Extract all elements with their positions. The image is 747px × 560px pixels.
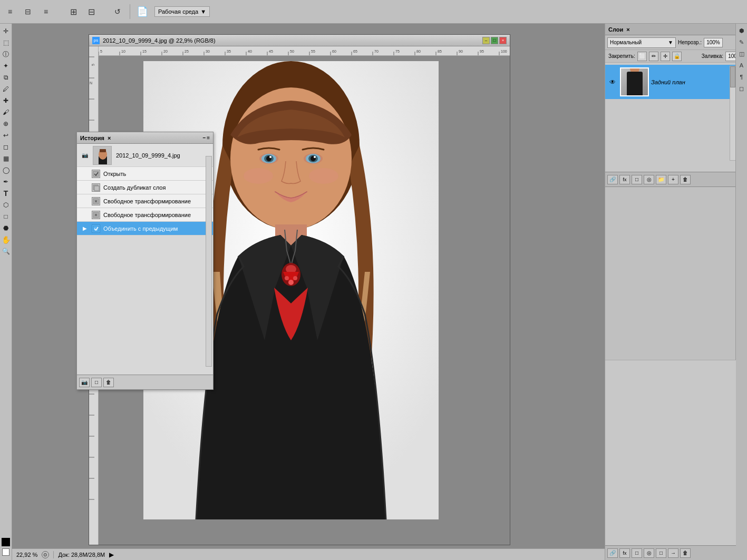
history-panel-footer: 📷 □ 🗑	[77, 375, 213, 389]
window-minimize-button[interactable]: –	[482, 37, 490, 44]
tool-eraser[interactable]: ◻	[1, 142, 11, 152]
document-title: 2012_10_09_9999_4.jpg @ 22,9% (RGB/8)	[103, 37, 216, 44]
history-list: Открыть Создать дубликат слоя Свободное …	[77, 167, 213, 235]
toolbar-sep-1	[130, 4, 130, 19]
tool-pen[interactable]: ✒	[1, 176, 11, 187]
lock-transparent-btn[interactable]: ⬜	[637, 52, 647, 61]
left-sidebar: ✛ ⬚ ⓛ ✦ ⧉ 🖊 ✚ 🖌 ⊕ ↩ ◻ ▦ ◯ ✒ T ⬡ □ ⬣ ✋ 🔍	[0, 24, 12, 560]
tool-align-left[interactable]: ≡	[4, 6, 16, 17]
tool-heal[interactable]: ✚	[1, 95, 11, 106]
circle-btn-2[interactable]: ◎	[644, 548, 654, 558]
layer-new-btn[interactable]: +	[668, 175, 678, 184]
tool-document[interactable]: 📄	[137, 6, 148, 17]
history-minimize-icon[interactable]: –	[203, 135, 206, 141]
history-snapshot-btn[interactable]: 📷	[79, 378, 90, 387]
tool-brush[interactable]: 🖌	[1, 107, 11, 117]
tool-select-rect[interactable]: ⬚	[1, 37, 11, 48]
link-btn-2[interactable]: 🔗	[607, 548, 618, 558]
tool-dodge[interactable]: ◯	[1, 165, 11, 175]
svg-text:30: 30	[206, 50, 210, 53]
history-item-icon-3	[92, 211, 100, 219]
history-item-icon-0	[92, 170, 100, 178]
r-tool-2[interactable]: ✎	[737, 37, 746, 47]
tool-grid1[interactable]: ⊞	[67, 6, 79, 17]
history-item-1[interactable]: Создать дубликат слоя	[77, 181, 213, 194]
layer-fx-btn[interactable]: fx	[619, 175, 630, 184]
snapshot-state-icon: 📷	[81, 152, 89, 159]
tool-align-right[interactable]: ≡	[40, 6, 52, 17]
tool-refresh[interactable]: ↺	[112, 6, 123, 17]
r-tool-6[interactable]: ◻	[737, 84, 746, 93]
workspace-arrow-icon: ▼	[200, 8, 206, 15]
history-new-doc-btn[interactable]: □	[91, 378, 102, 387]
layer-link-btn[interactable]: 🔗	[607, 175, 618, 184]
lock-pixels-btn[interactable]: ✏	[649, 52, 658, 61]
svg-text:50: 50	[290, 50, 294, 53]
history-item-icon-1	[92, 183, 100, 192]
history-scrollbar[interactable]	[206, 156, 212, 367]
tool-grid2[interactable]: ⊟	[85, 6, 97, 17]
tool-align-center[interactable]: ⊟	[22, 6, 34, 17]
tool-shape[interactable]: □	[1, 211, 11, 222]
zoom-icon[interactable]: ⊙	[42, 551, 49, 558]
fx-btn-2[interactable]: fx	[619, 548, 630, 558]
tool-type[interactable]: T	[1, 188, 11, 199]
tool-gradient[interactable]: ▦	[1, 153, 11, 164]
svg-text:5: 5	[91, 64, 95, 66]
tool-magic-wand[interactable]: ✦	[1, 61, 11, 71]
svg-point-78	[309, 168, 338, 184]
tool-zoom[interactable]: 🔍	[1, 246, 11, 257]
opacity-value[interactable]: 100%	[704, 38, 723, 47]
history-item-0[interactable]: Открыть	[77, 167, 213, 181]
layers-scrollbar-thumb[interactable]	[730, 66, 735, 87]
foreground-color[interactable]	[2, 538, 10, 546]
tool-lasso[interactable]: ⓛ	[1, 49, 11, 60]
r-tool-3[interactable]: ◫	[737, 49, 746, 58]
history-item-4[interactable]: ▶ Объединить с предыдущим	[77, 222, 213, 235]
history-item-icon-2	[92, 197, 100, 205]
arrow-btn-2[interactable]: →	[668, 548, 678, 558]
history-delete-btn[interactable]: 🗑	[103, 378, 114, 387]
trash-btn-2[interactable]: 🗑	[680, 548, 691, 558]
history-snapshot[interactable]: 📷 2012_10_09_9999_4.jpg	[77, 144, 213, 167]
history-titlebar[interactable]: История × – ≡	[77, 132, 213, 144]
layers-panel-close[interactable]: ×	[626, 26, 629, 33]
layer-group-btn[interactable]: 📁	[656, 175, 666, 184]
layer-delete-btn[interactable]: 🗑	[680, 175, 691, 184]
layer-adj-btn[interactable]: ◎	[644, 175, 654, 184]
tool-3d[interactable]: ⬣	[1, 223, 11, 233]
window-close-button[interactable]: ×	[499, 37, 507, 44]
r-tool-4[interactable]: A	[737, 61, 746, 70]
svg-text:90: 90	[459, 50, 463, 53]
svg-text:70: 70	[374, 50, 379, 53]
rect2-btn-2[interactable]: □	[656, 548, 666, 558]
tool-path-select[interactable]: ⬡	[1, 200, 11, 210]
r-tool-5[interactable]: ¶	[737, 72, 746, 82]
history-item-2[interactable]: Свободное трансформирование	[77, 194, 213, 208]
history-options-icon[interactable]: ≡	[207, 135, 210, 141]
history-state-icon-3	[81, 211, 89, 219]
layer-visibility-toggle[interactable]: 👁	[607, 77, 618, 87]
ruler-horizontal: 5 10 15 20 25 30 35 40 45 50 5	[99, 46, 510, 56]
layer-thumb-inner	[621, 68, 648, 95]
tool-move[interactable]: ✛	[1, 26, 11, 36]
window-controls: – □ ×	[482, 37, 507, 44]
r-tool-1[interactable]: ⬢	[737, 26, 746, 35]
window-maximize-button[interactable]: □	[491, 37, 498, 44]
history-panel-close-label: ×	[108, 135, 111, 141]
lock-all-btn[interactable]: 🔒	[672, 52, 682, 61]
rect-btn-2[interactable]: □	[632, 548, 642, 558]
tool-eyedropper[interactable]: 🖊	[1, 84, 11, 94]
tool-hand[interactable]: ✋	[1, 234, 11, 245]
blend-mode-dropdown[interactable]: Нормальный ▼	[607, 37, 676, 48]
lock-position-btn[interactable]: ✛	[661, 52, 670, 61]
tool-stamp[interactable]: ⊕	[1, 119, 11, 129]
tool-crop[interactable]: ⧉	[1, 72, 11, 83]
background-color[interactable]	[2, 548, 9, 556]
tool-history-brush[interactable]: ↩	[1, 130, 11, 141]
history-item-3[interactable]: Свободное трансформирование	[77, 208, 213, 222]
workspace-dropdown[interactable]: Рабочая среда ▼	[154, 6, 210, 17]
progress-arrow[interactable]: ▶	[109, 551, 114, 558]
layer-item-background[interactable]: 👁 Задний план 🔒	[605, 65, 747, 99]
layer-mask-btn[interactable]: □	[632, 175, 642, 184]
